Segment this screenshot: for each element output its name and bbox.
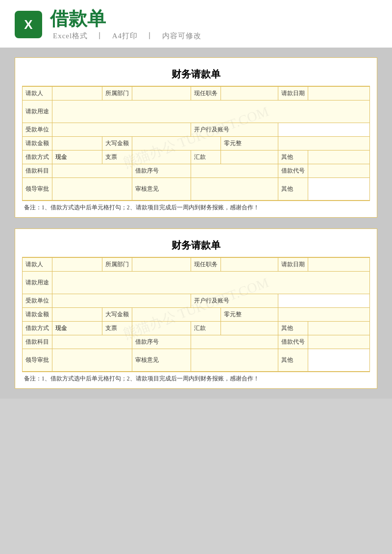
value-department-2[interactable] bbox=[132, 257, 191, 271]
value-approve-2[interactable] bbox=[52, 349, 132, 371]
label-approve: 领导审批 bbox=[23, 177, 52, 200]
label-zero-2: 零元整 bbox=[220, 307, 278, 321]
table-row: 领导审批 审核意见 其他 bbox=[23, 177, 370, 200]
value-date-2[interactable] bbox=[308, 257, 370, 271]
value-other-method-2[interactable] bbox=[308, 321, 370, 335]
form-card-1: 熊猫办公 TUKUFFT.COM 财务请款单 请款人 所属部门 现任职务 请款日… bbox=[15, 57, 377, 218]
label-other-2: 其他 bbox=[278, 349, 308, 371]
label-receiver: 受款单位 bbox=[23, 123, 52, 136]
label-department-2: 所属部门 bbox=[102, 257, 132, 271]
label-approve-2: 领导审批 bbox=[23, 349, 52, 371]
label-other: 其他 bbox=[278, 177, 308, 200]
value-cash: 现金 bbox=[52, 150, 102, 164]
label-code: 借款代号 bbox=[278, 164, 308, 177]
form-note-2: 备注：1、借款方式选中后单元格打勾；2、请款项目完成后一周内到财务报账，感谢合作… bbox=[22, 372, 370, 383]
form-title-1: 财务请款单 bbox=[22, 64, 370, 86]
value-amount-2[interactable] bbox=[52, 307, 102, 321]
value-purpose-2[interactable] bbox=[52, 271, 370, 294]
value-zero[interactable] bbox=[278, 136, 370, 150]
table-row: 借款方式 现金 支票 汇款 其他 bbox=[23, 150, 370, 164]
form-card-2: 熊猫办公 TUKUFFT.COM 财务请款单 请款人 所属部门 现任职务 请款日… bbox=[15, 228, 377, 389]
label-date-2: 请款日期 bbox=[278, 257, 308, 271]
label-amount-cn: 大写金额 bbox=[102, 136, 132, 150]
value-other[interactable] bbox=[308, 177, 370, 200]
table-row: 受款单位 开户行及账号 bbox=[23, 123, 370, 136]
value-review[interactable] bbox=[191, 177, 278, 200]
table-row: 领导审批 审核意见 其他 bbox=[23, 349, 370, 371]
label-bank-2: 开户行及账号 bbox=[191, 294, 278, 307]
value-subject-2[interactable] bbox=[52, 335, 132, 349]
value-code-2[interactable] bbox=[308, 335, 370, 349]
form-note-1: 备注：1、借款方式选中后单元格打勾；2、请款项目完成后一周内到财务报账，感谢合作… bbox=[22, 201, 370, 212]
value-wire bbox=[220, 150, 278, 164]
label-review-2: 审核意见 bbox=[132, 349, 191, 371]
label-position-2: 现任职务 bbox=[191, 257, 220, 271]
main-title: 借款单 bbox=[50, 9, 204, 29]
value-review-2[interactable] bbox=[191, 349, 278, 371]
value-subject[interactable] bbox=[52, 164, 132, 177]
label-check-2: 支票 bbox=[102, 321, 132, 335]
value-receiver[interactable] bbox=[52, 123, 191, 136]
value-zero-2[interactable] bbox=[278, 307, 370, 321]
value-position-2[interactable] bbox=[220, 257, 278, 271]
label-subject: 借款科目 bbox=[23, 164, 52, 177]
subtitle: Excel格式 丨 A4打印 丨 内容可修改 bbox=[50, 31, 204, 41]
label-purpose-2: 请款用途 bbox=[23, 271, 52, 294]
label-review: 审核意见 bbox=[132, 177, 191, 200]
label-receiver-2: 受款单位 bbox=[23, 294, 52, 307]
value-bank[interactable] bbox=[278, 123, 370, 136]
table-row: 请款人 所属部门 现任职务 请款日期 bbox=[23, 86, 370, 100]
value-requester[interactable] bbox=[52, 86, 102, 100]
value-other-2[interactable] bbox=[308, 349, 370, 371]
label-department: 所属部门 bbox=[102, 86, 132, 100]
label-requester-2: 请款人 bbox=[23, 257, 52, 271]
value-amount-cn[interactable] bbox=[132, 136, 220, 150]
table-row: 请款金额 大写金额 零元整 bbox=[23, 136, 370, 150]
label-method-2: 借款方式 bbox=[23, 321, 52, 335]
value-check-2 bbox=[132, 321, 191, 335]
label-bank: 开户行及账号 bbox=[191, 123, 278, 136]
value-seq[interactable] bbox=[191, 164, 278, 177]
table-row: 请款用途 bbox=[23, 100, 370, 123]
value-amount[interactable] bbox=[52, 136, 102, 150]
value-other-method[interactable] bbox=[308, 150, 370, 164]
form-title-2: 财务请款单 bbox=[22, 235, 370, 257]
label-other-method: 其他 bbox=[278, 150, 308, 164]
table-row: 借款方式 现金 支票 汇款 其他 bbox=[23, 321, 370, 335]
value-seq-2[interactable] bbox=[191, 335, 278, 349]
label-date: 请款日期 bbox=[278, 86, 308, 100]
value-wire-2 bbox=[220, 321, 278, 335]
label-seq-2: 借款序号 bbox=[132, 335, 191, 349]
value-department[interactable] bbox=[132, 86, 191, 100]
label-position: 现任职务 bbox=[191, 86, 220, 100]
value-amount-cn-2[interactable] bbox=[132, 307, 220, 321]
label-method: 借款方式 bbox=[23, 150, 52, 164]
label-wire: 汇款 bbox=[191, 150, 220, 164]
table-row: 请款金额 大写金额 零元整 bbox=[23, 307, 370, 321]
value-position[interactable] bbox=[220, 86, 278, 100]
label-seq: 借款序号 bbox=[132, 164, 191, 177]
label-amount: 请款金额 bbox=[23, 136, 52, 150]
excel-icon: X bbox=[15, 11, 42, 38]
table-row: 受款单位 开户行及账号 bbox=[23, 294, 370, 307]
label-amount-2: 请款金额 bbox=[23, 307, 52, 321]
label-subject-2: 借款科目 bbox=[23, 335, 52, 349]
value-receiver-2[interactable] bbox=[52, 294, 191, 307]
value-code[interactable] bbox=[308, 164, 370, 177]
label-wire-2: 汇款 bbox=[191, 321, 220, 335]
label-other-method-2: 其他 bbox=[278, 321, 308, 335]
table-row: 请款用途 bbox=[23, 271, 370, 294]
value-check bbox=[132, 150, 191, 164]
value-purpose[interactable] bbox=[52, 100, 370, 123]
label-amount-cn-2: 大写金额 bbox=[102, 307, 132, 321]
table-row: 借款科目 借款序号 借款代号 bbox=[23, 164, 370, 177]
table-row: 借款科目 借款序号 借款代号 bbox=[23, 335, 370, 349]
value-date[interactable] bbox=[308, 86, 370, 100]
value-cash-2: 现金 bbox=[52, 321, 102, 335]
value-approve[interactable] bbox=[52, 177, 132, 200]
value-bank-2[interactable] bbox=[278, 294, 370, 307]
value-requester-2[interactable] bbox=[52, 257, 102, 271]
label-purpose: 请款用途 bbox=[23, 100, 52, 123]
label-check: 支票 bbox=[102, 150, 132, 164]
label-requester: 请款人 bbox=[23, 86, 52, 100]
